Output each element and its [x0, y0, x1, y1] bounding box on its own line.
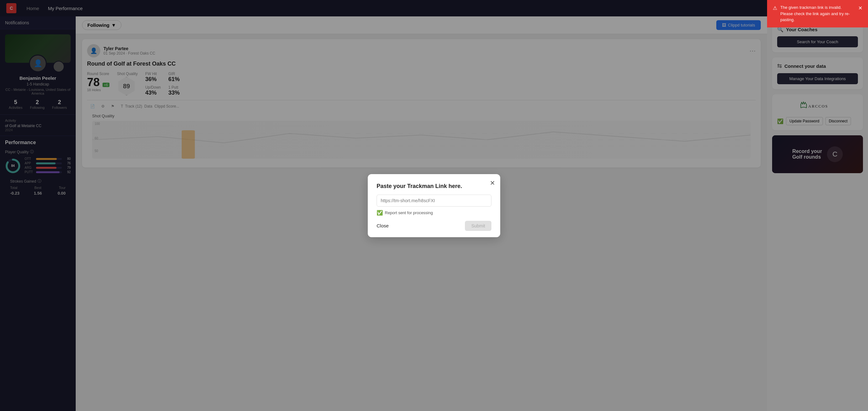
- modal-close-x-button[interactable]: ✕: [490, 179, 495, 187]
- warning-icon: ⚠: [773, 4, 777, 12]
- modal-overlay[interactable]: Paste your Trackman Link here. ✕ ✅ Repor…: [0, 0, 868, 411]
- error-message: The given trackman link is invalid. Plea…: [780, 4, 855, 23]
- check-circle-icon: ✅: [377, 210, 383, 216]
- error-toast: ⚠ The given trackman link is invalid. Pl…: [767, 0, 868, 27]
- close-toast-button[interactable]: ✕: [858, 4, 862, 12]
- trackman-link-input[interactable]: [377, 195, 491, 207]
- modal-actions: Close Submit: [377, 221, 491, 231]
- modal-submit-button[interactable]: Submit: [465, 221, 491, 231]
- modal-title: Paste your Trackman Link here.: [377, 183, 491, 190]
- modal-success-message: ✅ Report sent for processing: [377, 210, 491, 216]
- modal-close-button[interactable]: Close: [377, 223, 389, 228]
- success-text: Report sent for processing: [385, 211, 433, 215]
- trackman-modal: Paste your Trackman Link here. ✕ ✅ Repor…: [368, 174, 500, 237]
